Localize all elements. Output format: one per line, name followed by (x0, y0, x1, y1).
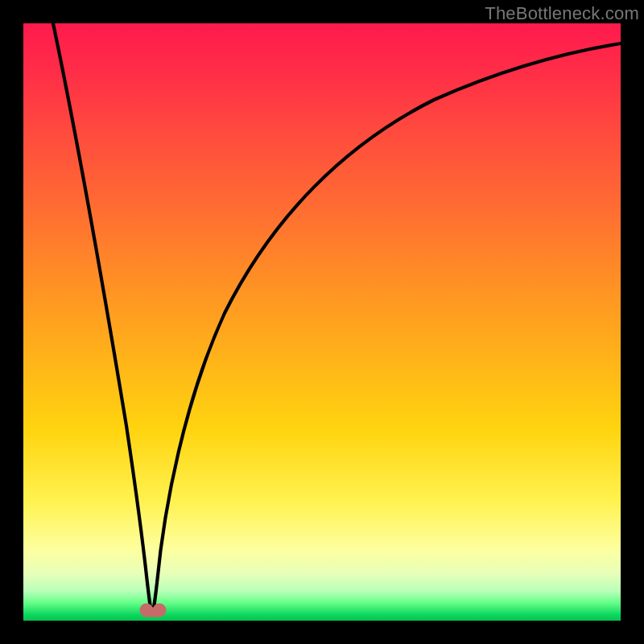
chart-frame (23, 23, 621, 621)
bottleneck-curve (53, 23, 621, 613)
chart-svg (23, 23, 621, 621)
svg-rect-2 (147, 610, 159, 617)
watermark-text: TheBottleneck.com (485, 3, 639, 24)
